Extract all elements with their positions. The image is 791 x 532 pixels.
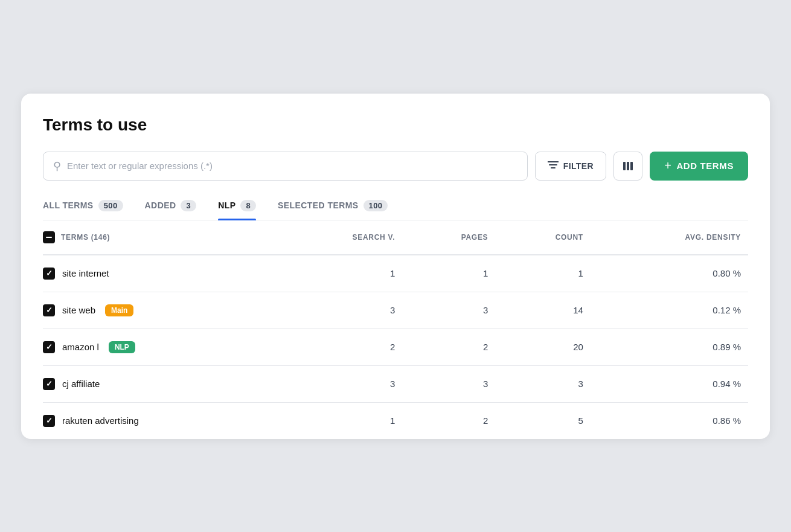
filter-icon [548,161,559,171]
add-terms-button[interactable]: + ADD TERMS [650,152,748,181]
tab-added-badge: 3 [181,200,196,211]
col-count: COUNT [495,220,591,255]
tab-added[interactable]: ADDED 3 [145,200,197,220]
select-all-icon[interactable] [43,231,55,243]
filter-label: FILTER [563,161,594,171]
tabs-bar: ALL TERMS 500 ADDED 3 NLP 8 SELECTED TER… [43,200,748,220]
density-value: 0.12 % [591,292,748,328]
pages-value: 1 [402,255,495,292]
term-name: site web [62,305,95,315]
term-cell: rakuten advertising [43,402,274,439]
tab-selected-terms[interactable]: SELECTED TERMS 100 [278,200,388,220]
table-row: amazon l NLP 2 2 20 0.89 % [43,328,748,365]
search-v-value: 1 [274,255,402,292]
count-value: 14 [495,292,591,328]
filter-button[interactable]: FILTER [535,152,606,181]
table-row: cj affiliate 3 3 3 0.94 % [43,365,748,402]
table-row: site internet 1 1 1 0.80 % [43,255,748,292]
toolbar: ⚲ FILTER + ADD TERMS [43,152,748,181]
add-terms-label: ADD TERMS [676,161,734,171]
main-card: Terms to use ⚲ FILTER + [21,94,770,439]
search-v-value: 1 [274,402,402,439]
search-v-value: 3 [274,292,402,328]
columns-button[interactable] [613,152,642,181]
row-checkbox[interactable] [43,378,55,390]
table-row: rakuten advertising 1 2 5 0.86 % [43,402,748,439]
svg-rect-4 [627,162,629,170]
table-header-row: TERMS (146) SEARCH V. PAGES COUNT AVG. D… [43,220,748,255]
tab-all-terms[interactable]: ALL TERMS 500 [43,200,123,220]
tab-nlp-label: NLP [218,200,235,210]
row-checkbox[interactable] [43,268,55,280]
term-name: site internet [62,268,109,278]
col-search-v: SEARCH V. [274,220,402,255]
term-cell: site web Main [43,292,274,328]
tab-selected-terms-badge: 100 [363,200,388,211]
term-name: cj affiliate [62,379,100,389]
tab-nlp-badge: 8 [240,200,256,211]
col-terms-label: TERMS (146) [61,233,110,242]
search-v-value: 3 [274,365,402,402]
density-value: 0.86 % [591,402,748,439]
plus-icon: + [664,159,671,173]
search-input[interactable] [67,161,517,171]
pages-value: 3 [402,292,495,328]
table-wrapper: TERMS (146) SEARCH V. PAGES COUNT AVG. D… [43,220,748,439]
tab-added-label: ADDED [145,200,176,210]
row-checkbox[interactable] [43,304,55,316]
row-checkbox[interactable] [43,415,55,427]
count-value: 3 [495,365,591,402]
tab-all-terms-label: ALL TERMS [43,200,94,210]
col-avg-density: AVG. DENSITY [591,220,748,255]
term-cell: amazon l NLP [43,328,274,365]
tab-all-terms-badge: 500 [98,200,123,211]
density-value: 0.94 % [591,365,748,402]
pages-value: 2 [402,402,495,439]
table-row: site web Main 3 3 14 0.12 % [43,292,748,328]
term-cell: site internet [43,255,274,292]
count-value: 5 [495,402,591,439]
main-badge: Main [105,304,133,316]
search-v-value: 2 [274,328,402,365]
term-name: amazon l [62,342,99,352]
page-title: Terms to use [43,115,748,135]
pages-value: 3 [402,365,495,402]
count-value: 1 [495,255,591,292]
density-value: 0.89 % [591,328,748,365]
nlp-badge: NLP [109,341,135,353]
term-name: rakuten advertising [62,415,139,426]
col-terms: TERMS (146) [43,220,274,255]
search-box: ⚲ [43,152,528,181]
svg-rect-3 [623,162,626,170]
count-value: 20 [495,328,591,365]
tab-selected-terms-label: SELECTED TERMS [278,200,358,210]
col-pages: PAGES [402,220,495,255]
search-icon: ⚲ [53,159,61,173]
pages-value: 2 [402,328,495,365]
terms-table: TERMS (146) SEARCH V. PAGES COUNT AVG. D… [43,220,748,439]
density-value: 0.80 % [591,255,748,292]
row-checkbox[interactable] [43,341,55,353]
tab-nlp[interactable]: NLP 8 [218,200,256,220]
term-cell: cj affiliate [43,365,274,402]
svg-rect-5 [630,162,633,170]
